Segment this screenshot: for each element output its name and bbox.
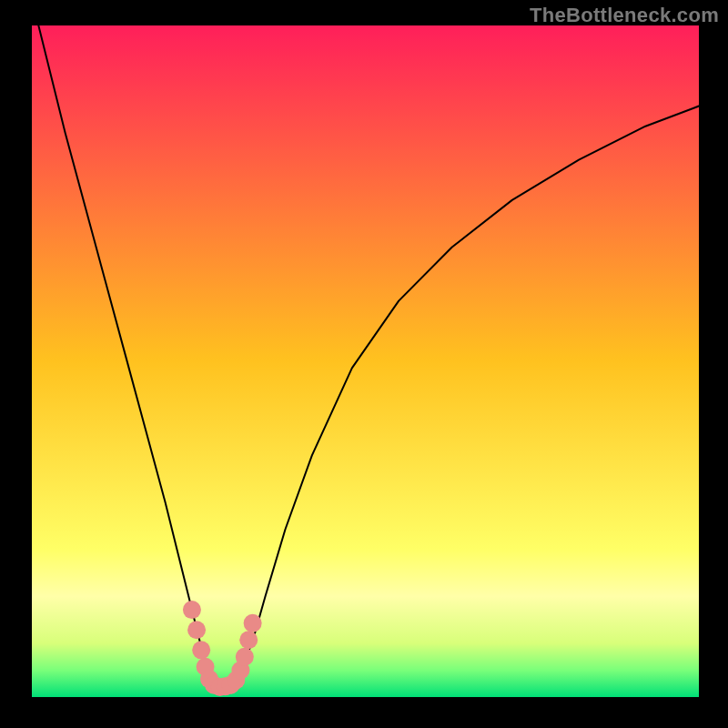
chart-svg <box>0 0 728 728</box>
plot-background <box>32 25 699 697</box>
chart-frame: TheBottleneck.com <box>0 0 728 728</box>
highlight-dot <box>236 648 254 666</box>
highlight-dot <box>187 621 206 639</box>
highlight-dot <box>183 601 201 619</box>
highlight-dot <box>239 631 258 649</box>
highlight-dot <box>192 641 210 659</box>
highlight-dot <box>244 614 262 632</box>
